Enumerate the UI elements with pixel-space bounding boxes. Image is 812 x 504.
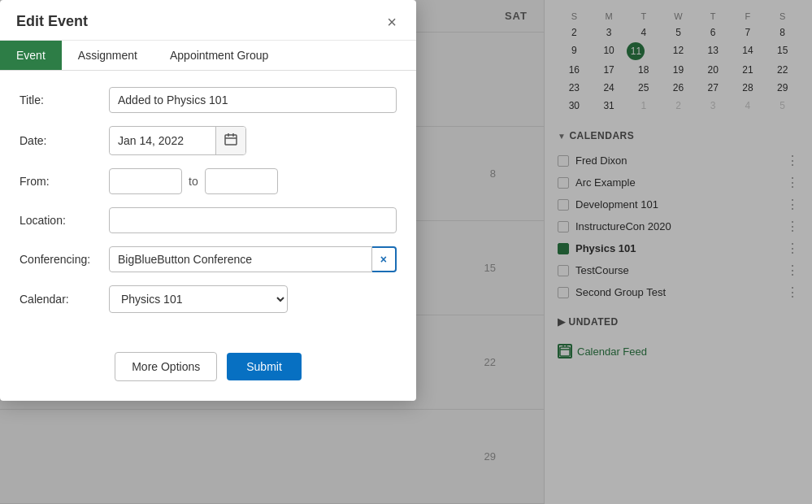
title-label: Title: (20, 93, 109, 106)
modal-header: Edit Event × (0, 0, 416, 41)
edit-event-modal: Edit Event × Event Assignment Appointmen… (0, 0, 416, 401)
conferencing-label: Conferencing: (20, 253, 109, 266)
date-row: Date: (20, 126, 397, 155)
from-time-input[interactable] (109, 168, 182, 194)
date-input-wrap (109, 126, 246, 155)
location-row: Location: (20, 207, 397, 233)
calendar-select[interactable]: Fred Dixon Arc Example Development 101 I… (109, 285, 288, 313)
date-input[interactable] (110, 128, 215, 153)
calendar-form-label: Calendar: (20, 293, 109, 306)
title-input[interactable] (109, 87, 397, 113)
calendar-row: Calendar: Fred Dixon Arc Example Develop… (20, 285, 397, 313)
more-options-button[interactable]: More Options (115, 352, 217, 381)
from-row: From: to (20, 168, 397, 194)
date-label: Date: (20, 134, 109, 147)
close-button[interactable]: × (384, 14, 400, 30)
svg-rect-4 (225, 135, 237, 145)
date-picker-button[interactable] (215, 127, 245, 154)
modal-footer: More Options Submit (0, 342, 416, 401)
tab-event[interactable]: Event (0, 41, 62, 70)
modal-tabs: Event Assignment Appointment Group (0, 41, 416, 71)
from-label: From: (20, 175, 109, 188)
location-input[interactable] (109, 207, 397, 233)
tab-appointment-group[interactable]: Appointment Group (154, 41, 284, 70)
to-time-input[interactable] (205, 168, 278, 194)
conferencing-input[interactable] (109, 246, 372, 272)
location-label: Location: (20, 214, 109, 227)
modal-title: Edit Event (16, 13, 88, 30)
title-row: Title: (20, 87, 397, 113)
to-label: to (189, 175, 198, 188)
submit-button[interactable]: Submit (227, 353, 302, 380)
tab-assignment[interactable]: Assignment (62, 41, 154, 70)
conferencing-clear-button[interactable]: × (372, 246, 397, 272)
time-row: to (109, 168, 397, 194)
conferencing-wrap: × (109, 246, 397, 272)
modal-form-body: Title: Date: From: (0, 71, 416, 342)
conferencing-row: Conferencing: × (20, 246, 397, 272)
